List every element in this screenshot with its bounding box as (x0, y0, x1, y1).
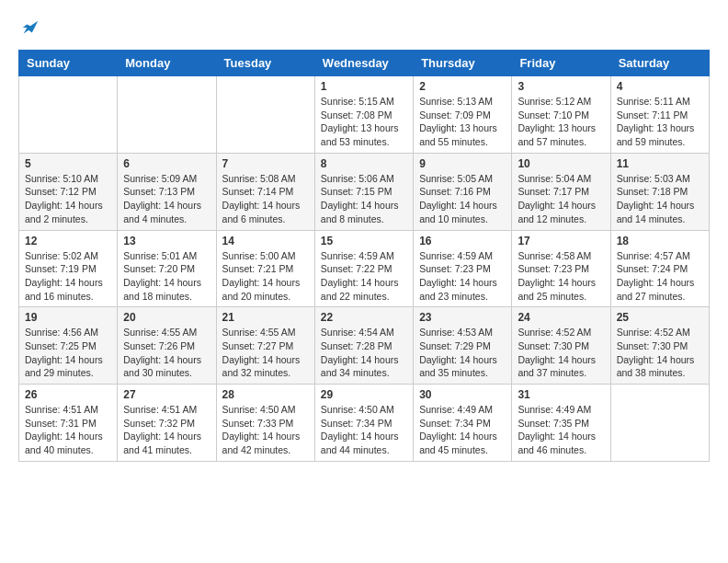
day-info: Sunrise: 4:58 AM Sunset: 7:23 PM Dayligh… (518, 249, 604, 304)
day-number: 30 (419, 388, 506, 401)
day-number: 17 (518, 235, 604, 247)
day-info: Sunrise: 5:02 AM Sunset: 7:19 PM Dayligh… (25, 249, 111, 304)
day-info: Sunrise: 4:54 AM Sunset: 7:28 PM Dayligh… (321, 326, 407, 380)
calendar-cell: 13Sunrise: 5:01 AM Sunset: 7:20 PM Dayli… (118, 230, 216, 307)
day-info: Sunrise: 5:04 AM Sunset: 7:17 PM Dayligh… (518, 172, 604, 226)
day-number: 1 (321, 80, 407, 93)
calendar-cell (118, 76, 216, 154)
day-info: Sunrise: 5:12 AM Sunset: 7:10 PM Dayligh… (518, 95, 604, 149)
day-info: Sunrise: 4:51 AM Sunset: 7:32 PM Dayligh… (123, 403, 210, 457)
day-info: Sunrise: 4:59 AM Sunset: 7:22 PM Dayligh… (321, 249, 407, 304)
day-number: 13 (123, 235, 210, 247)
calendar-table: SundayMondayTuesdayWednesdayThursdayFrid… (18, 50, 710, 462)
calendar-cell: 12Sunrise: 5:02 AM Sunset: 7:19 PM Dayli… (19, 230, 118, 307)
day-number: 7 (222, 157, 309, 170)
day-number: 28 (222, 388, 309, 401)
calendar-header-row: SundayMondayTuesdayWednesdayThursdayFrid… (19, 51, 710, 76)
calendar-cell: 5Sunrise: 5:10 AM Sunset: 7:12 PM Daylig… (19, 153, 118, 230)
day-number: 18 (617, 235, 703, 247)
calendar-cell: 3Sunrise: 5:12 AM Sunset: 7:10 PM Daylig… (512, 76, 610, 154)
day-info: Sunrise: 4:51 AM Sunset: 7:31 PM Dayligh… (25, 403, 111, 457)
day-number: 3 (518, 80, 604, 93)
weekday-header-tuesday: Tuesday (216, 51, 314, 76)
calendar-cell (610, 385, 709, 462)
calendar-cell: 9Sunrise: 5:05 AM Sunset: 7:16 PM Daylig… (414, 153, 512, 230)
calendar-cell: 16Sunrise: 4:59 AM Sunset: 7:23 PM Dayli… (414, 230, 512, 307)
calendar-cell: 10Sunrise: 5:04 AM Sunset: 7:17 PM Dayli… (512, 153, 610, 230)
day-number: 29 (321, 388, 407, 401)
calendar-week-row: 1Sunrise: 5:15 AM Sunset: 7:08 PM Daylig… (19, 76, 710, 154)
day-info: Sunrise: 5:09 AM Sunset: 7:13 PM Dayligh… (123, 172, 210, 226)
day-info: Sunrise: 4:59 AM Sunset: 7:23 PM Dayligh… (419, 249, 506, 304)
weekday-header-friday: Friday (512, 51, 610, 76)
day-info: Sunrise: 4:55 AM Sunset: 7:26 PM Dayligh… (123, 326, 210, 380)
day-number: 10 (518, 157, 604, 170)
calendar-cell: 26Sunrise: 4:51 AM Sunset: 7:31 PM Dayli… (19, 385, 118, 462)
day-info: Sunrise: 4:52 AM Sunset: 7:30 PM Dayligh… (518, 326, 604, 380)
calendar-cell: 19Sunrise: 4:56 AM Sunset: 7:25 PM Dayli… (19, 307, 118, 385)
day-number: 9 (419, 157, 506, 170)
day-info: Sunrise: 4:56 AM Sunset: 7:25 PM Dayligh… (25, 326, 111, 380)
day-number: 5 (25, 157, 111, 170)
day-info: Sunrise: 5:05 AM Sunset: 7:16 PM Dayligh… (419, 172, 506, 226)
calendar-week-row: 5Sunrise: 5:10 AM Sunset: 7:12 PM Daylig… (19, 153, 710, 230)
calendar-cell: 14Sunrise: 5:00 AM Sunset: 7:21 PM Dayli… (216, 230, 314, 307)
day-number: 14 (222, 235, 309, 247)
calendar-cell: 23Sunrise: 4:53 AM Sunset: 7:29 PM Dayli… (414, 307, 512, 385)
calendar-cell: 29Sunrise: 4:50 AM Sunset: 7:34 PM Dayli… (314, 385, 413, 462)
calendar-cell: 2Sunrise: 5:13 AM Sunset: 7:09 PM Daylig… (414, 76, 512, 154)
calendar-cell: 21Sunrise: 4:55 AM Sunset: 7:27 PM Dayli… (216, 307, 314, 385)
day-number: 4 (617, 80, 703, 93)
calendar-cell: 17Sunrise: 4:58 AM Sunset: 7:23 PM Dayli… (512, 230, 610, 307)
calendar-week-row: 19Sunrise: 4:56 AM Sunset: 7:25 PM Dayli… (19, 307, 710, 385)
calendar-cell: 4Sunrise: 5:11 AM Sunset: 7:11 PM Daylig… (610, 76, 709, 154)
calendar-cell: 18Sunrise: 4:57 AM Sunset: 7:24 PM Dayli… (610, 230, 709, 307)
day-number: 31 (518, 388, 604, 401)
calendar-cell: 31Sunrise: 4:49 AM Sunset: 7:35 PM Dayli… (512, 385, 610, 462)
day-number: 22 (321, 311, 407, 324)
calendar-cell: 22Sunrise: 4:54 AM Sunset: 7:28 PM Dayli… (314, 307, 413, 385)
day-info: Sunrise: 5:13 AM Sunset: 7:09 PM Dayligh… (419, 95, 506, 149)
day-number: 12 (25, 235, 111, 247)
day-number: 6 (123, 157, 210, 170)
logo-bird-icon (20, 18, 40, 39)
calendar-week-row: 26Sunrise: 4:51 AM Sunset: 7:31 PM Dayli… (19, 385, 710, 462)
day-info: Sunrise: 5:15 AM Sunset: 7:08 PM Dayligh… (321, 95, 407, 149)
calendar-cell: 15Sunrise: 4:59 AM Sunset: 7:22 PM Dayli… (314, 230, 413, 307)
day-number: 21 (222, 311, 309, 324)
calendar-cell: 11Sunrise: 5:03 AM Sunset: 7:18 PM Dayli… (610, 153, 709, 230)
day-number: 8 (321, 157, 407, 170)
day-number: 15 (321, 235, 407, 247)
day-number: 24 (518, 311, 604, 324)
logo (18, 18, 40, 35)
weekday-header-thursday: Thursday (414, 51, 512, 76)
calendar-cell: 8Sunrise: 5:06 AM Sunset: 7:15 PM Daylig… (314, 153, 413, 230)
calendar-cell (216, 76, 314, 154)
day-info: Sunrise: 4:57 AM Sunset: 7:24 PM Dayligh… (617, 249, 703, 304)
weekday-header-sunday: Sunday (19, 51, 118, 76)
day-number: 2 (419, 80, 506, 93)
day-info: Sunrise: 5:00 AM Sunset: 7:21 PM Dayligh… (222, 249, 309, 304)
day-info: Sunrise: 4:49 AM Sunset: 7:35 PM Dayligh… (518, 403, 604, 457)
day-number: 25 (617, 311, 703, 324)
day-info: Sunrise: 5:06 AM Sunset: 7:15 PM Dayligh… (321, 172, 407, 226)
day-number: 23 (419, 311, 506, 324)
day-number: 11 (617, 157, 703, 170)
day-number: 27 (123, 388, 210, 401)
calendar-body: 1Sunrise: 5:15 AM Sunset: 7:08 PM Daylig… (19, 76, 710, 462)
calendar-cell: 25Sunrise: 4:52 AM Sunset: 7:30 PM Dayli… (610, 307, 709, 385)
calendar-cell: 1Sunrise: 5:15 AM Sunset: 7:08 PM Daylig… (314, 76, 413, 154)
calendar-cell: 20Sunrise: 4:55 AM Sunset: 7:26 PM Dayli… (118, 307, 216, 385)
day-info: Sunrise: 4:53 AM Sunset: 7:29 PM Dayligh… (419, 326, 506, 380)
day-info: Sunrise: 5:01 AM Sunset: 7:20 PM Dayligh… (123, 249, 210, 304)
day-info: Sunrise: 4:52 AM Sunset: 7:30 PM Dayligh… (617, 326, 703, 380)
weekday-header-saturday: Saturday (610, 51, 709, 76)
day-number: 20 (123, 311, 210, 324)
day-number: 19 (25, 311, 111, 324)
calendar-week-row: 12Sunrise: 5:02 AM Sunset: 7:19 PM Dayli… (19, 230, 710, 307)
calendar-cell: 28Sunrise: 4:50 AM Sunset: 7:33 PM Dayli… (216, 385, 314, 462)
day-info: Sunrise: 5:03 AM Sunset: 7:18 PM Dayligh… (617, 172, 703, 226)
day-info: Sunrise: 5:11 AM Sunset: 7:11 PM Dayligh… (617, 95, 703, 149)
calendar-cell: 6Sunrise: 5:09 AM Sunset: 7:13 PM Daylig… (118, 153, 216, 230)
day-info: Sunrise: 5:10 AM Sunset: 7:12 PM Dayligh… (25, 172, 111, 226)
